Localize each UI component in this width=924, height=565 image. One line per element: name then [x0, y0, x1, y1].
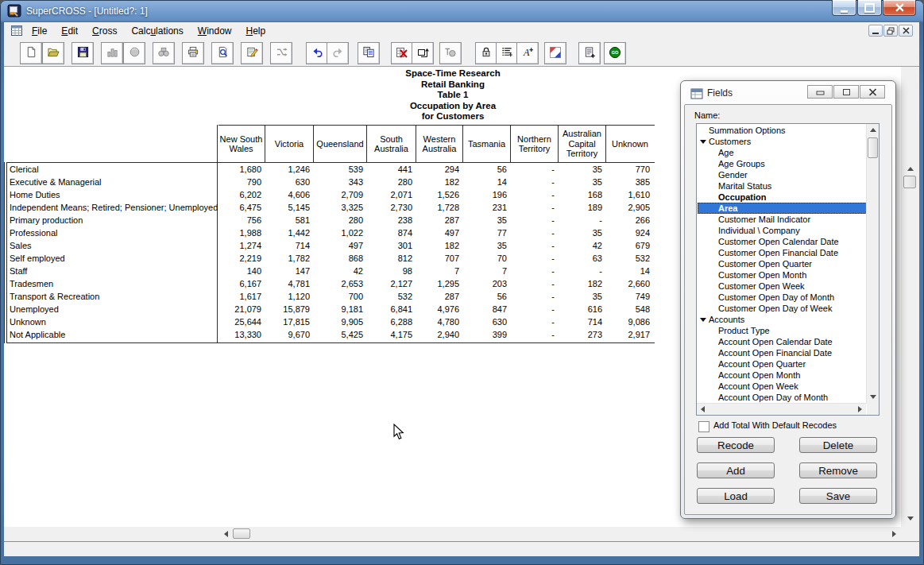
list-horizontal-scrollbar[interactable]: [697, 403, 866, 415]
lock-button[interactable]: [475, 42, 497, 64]
tree-item-account-open-financial-date[interactable]: Account Open Financial Date: [698, 347, 867, 358]
save-button[interactable]: Save: [799, 488, 877, 504]
mdi-minimize-button[interactable]: [868, 25, 883, 37]
expander-icon[interactable]: [700, 318, 706, 322]
tree-item-customer-mail-indicator[interactable]: Customer Mail Indicator: [698, 214, 867, 225]
tree-item-account-open-week[interactable]: Account Open Week: [698, 381, 867, 392]
tree-item-customer-open-day-of-week[interactable]: Customer Open Day of Week: [698, 303, 867, 314]
list-scroll-down-button[interactable]: [867, 392, 879, 402]
dialog-minimize-button[interactable]: [807, 85, 833, 99]
tree-item-occupation[interactable]: Occupation: [698, 192, 867, 203]
column-header[interactable]: Northern Territory: [511, 126, 559, 162]
mdi-close-button[interactable]: [899, 25, 913, 37]
dialog-maximize-button[interactable]: [833, 85, 859, 99]
tree-item-account-open-quarter[interactable]: Account Open Quarter: [698, 358, 867, 370]
table-cell: 749: [606, 290, 654, 303]
mdi-restore-button[interactable]: [883, 25, 898, 37]
tree-item-customer-open-day-of-month[interactable]: Customer Open Day of Month: [698, 292, 867, 303]
table-cell: 168: [559, 188, 606, 201]
menu-edit[interactable]: Edit: [54, 22, 85, 40]
column-header[interactable]: Tasmania: [463, 126, 511, 162]
field-list-button[interactable]: [496, 42, 518, 64]
recode-rect-button[interactable]: [412, 42, 434, 64]
tree-item-summation-options[interactable]: Summation Options: [698, 125, 867, 136]
save-button[interactable]: [72, 42, 94, 64]
delete-cross-button[interactable]: [391, 42, 413, 64]
list-scroll-right-button[interactable]: [855, 404, 865, 414]
scroll-left-button[interactable]: [220, 528, 232, 540]
horizontal-scrollbar[interactable]: [4, 527, 901, 541]
column-header[interactable]: Queensland: [314, 126, 367, 162]
column-header[interactable]: New South Wales: [218, 126, 265, 162]
table-cell: 6,288: [367, 315, 416, 328]
tree-item-age-groups[interactable]: Age Groups: [698, 158, 867, 169]
tree-item-customer-open-month[interactable]: Customer Open Month: [698, 269, 867, 281]
tree-item-marital-status[interactable]: Marital Status: [698, 180, 867, 192]
column-header[interactable]: Australian Capital Territory: [559, 126, 606, 162]
tree-item-product-type[interactable]: Product Type: [698, 325, 867, 336]
scroll-down-button[interactable]: [903, 513, 917, 524]
window-title: SuperCROSS - [Untitled?: 1]: [26, 6, 148, 17]
table-cell: 714: [559, 315, 606, 328]
print-button[interactable]: [182, 42, 204, 64]
horizontal-scroll-thumb[interactable]: [233, 528, 250, 539]
tree-item-gender[interactable]: Gender: [698, 169, 867, 180]
menu-calculations[interactable]: Calculations: [124, 22, 190, 40]
open-file-button[interactable]: [42, 42, 64, 64]
add-total-checkbox[interactable]: [698, 421, 709, 432]
tree-item-accounts[interactable]: Accounts: [698, 314, 867, 325]
colour-button[interactable]: [544, 42, 566, 64]
tree-item-customer-open-quarter[interactable]: Customer Open Quarter: [698, 258, 867, 269]
minimize-button[interactable]: [832, 0, 856, 16]
dialog-close-button[interactable]: [860, 85, 885, 99]
table-cell: 56: [463, 290, 511, 303]
recode-button[interactable]: Recode: [697, 437, 775, 453]
table-cell: 1,295: [416, 277, 463, 290]
vertical-scroll-thumb[interactable]: [903, 176, 916, 188]
tree-item-customer-open-financial-date[interactable]: Customer Open Financial Date: [698, 247, 867, 258]
menu-file[interactable]: File: [25, 22, 54, 40]
tree-item-area[interactable]: Area: [698, 203, 867, 214]
copy-button[interactable]: [358, 42, 380, 64]
field-list-icon: [501, 46, 513, 60]
tree-item-account-open-calendar-date[interactable]: Account Open Calendar Date: [698, 336, 867, 347]
print-preview-button[interactable]: [211, 42, 234, 64]
expander-icon[interactable]: [700, 140, 706, 144]
delete-button[interactable]: Delete: [799, 437, 877, 453]
list-scroll-up-button[interactable]: [867, 125, 879, 135]
tree-item-account-open-month[interactable]: Account Open Month: [698, 370, 867, 381]
list-vertical-scrollbar[interactable]: [866, 124, 879, 404]
vertical-scrollbar[interactable]: [901, 67, 919, 541]
tree-item-account-open-day-of-month[interactable]: Account Open Day of Month: [698, 392, 867, 403]
new-table-plus-button[interactable]: [578, 42, 601, 64]
list-scroll-left-button[interactable]: [698, 404, 708, 414]
column-header[interactable]: Victoria: [265, 126, 314, 162]
document-grid-icon[interactable]: [10, 25, 23, 38]
scroll-up-button[interactable]: [903, 163, 917, 175]
undo-button[interactable]: [306, 42, 328, 64]
column-header[interactable]: South Australia: [367, 126, 416, 162]
menu-help[interactable]: Help: [238, 22, 273, 40]
add-button[interactable]: Add: [697, 462, 775, 478]
edit-table-button[interactable]: [241, 42, 263, 64]
menu-cross[interactable]: Cross: [85, 22, 124, 40]
new-document-button[interactable]: [20, 42, 42, 64]
table-cell: 35: [463, 214, 511, 226]
maximize-button[interactable]: [857, 0, 882, 16]
list-vertical-scroll-thumb[interactable]: [868, 137, 878, 158]
scroll-right-button[interactable]: [888, 528, 900, 540]
tree-item-customer-open-week[interactable]: Customer Open Week: [698, 281, 867, 292]
column-header[interactable]: Unknown: [606, 126, 654, 162]
menu-window[interactable]: Window: [191, 22, 239, 40]
load-button[interactable]: Load: [697, 488, 775, 504]
go-button[interactable]: GO: [604, 42, 626, 64]
column-header[interactable]: Western Australia: [416, 126, 463, 162]
font-increase-button[interactable]: A: [516, 42, 539, 64]
close-button[interactable]: [883, 0, 916, 16]
tree-item-age[interactable]: Age: [698, 147, 867, 158]
remove-button[interactable]: Remove: [799, 462, 877, 478]
tree-item-customer-open-calendar-date[interactable]: Customer Open Calendar Date: [698, 236, 867, 247]
tree-item-customers[interactable]: Customers: [698, 136, 867, 147]
table-cell: -: [511, 214, 559, 226]
tree-item-individual-company[interactable]: Individual \ Company: [698, 225, 867, 236]
